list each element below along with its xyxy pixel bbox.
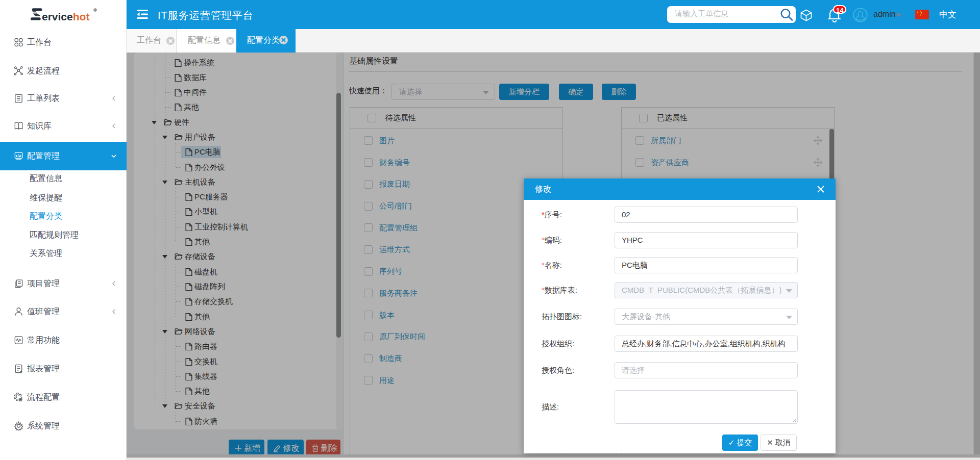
svg-text:ervicehot: ervicehot: [42, 11, 89, 22]
svg-text:R: R: [94, 9, 96, 12]
